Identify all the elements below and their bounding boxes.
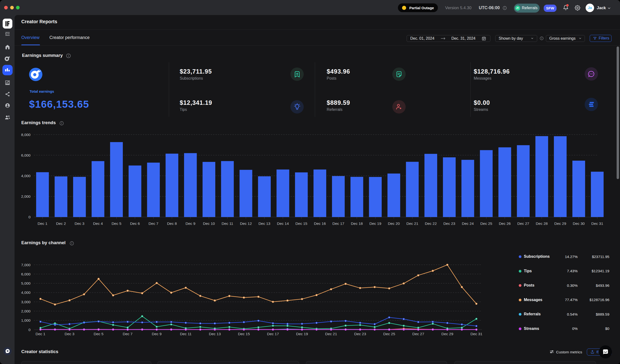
svg-text:Dec 2: Dec 2 (56, 221, 66, 226)
svg-text:Dec 14: Dec 14 (277, 221, 289, 226)
svg-text:Dec 3: Dec 3 (75, 221, 85, 226)
svg-text:Dec 15: Dec 15 (295, 221, 307, 226)
svg-text:Dec 29: Dec 29 (554, 221, 566, 226)
svg-text:Dec 11: Dec 11 (180, 332, 192, 336)
svg-text:6,000: 6,000 (21, 153, 31, 157)
svg-text:Dec 15: Dec 15 (238, 332, 250, 336)
svg-text:Dec 23: Dec 23 (354, 332, 366, 336)
svg-text:Dec 27: Dec 27 (517, 221, 529, 226)
svg-text:Dec 26: Dec 26 (499, 221, 511, 226)
svg-text:Dec 4: Dec 4 (93, 221, 103, 226)
svg-text:Dec 27: Dec 27 (412, 332, 424, 336)
svg-text:Dec 21: Dec 21 (325, 332, 337, 336)
svg-text:0: 0 (28, 215, 31, 219)
svg-text:Dec 22: Dec 22 (425, 221, 437, 226)
svg-text:Dec 18: Dec 18 (351, 221, 363, 226)
svg-text:2,000: 2,000 (21, 194, 31, 198)
svg-text:Dec 11: Dec 11 (222, 221, 233, 226)
svg-text:Dec 13: Dec 13 (258, 221, 270, 226)
svg-text:3,000: 3,000 (21, 300, 31, 304)
svg-text:Dec 31: Dec 31 (591, 221, 603, 226)
svg-text:Dec 17: Dec 17 (333, 221, 344, 226)
svg-text:Dec 23: Dec 23 (443, 221, 455, 226)
svg-text:Dec 19: Dec 19 (296, 332, 308, 336)
svg-text:4,000: 4,000 (21, 174, 31, 178)
svg-text:Dec 19: Dec 19 (369, 221, 381, 226)
svg-text:Dec 29: Dec 29 (441, 332, 453, 336)
svg-text:8,000: 8,000 (21, 133, 31, 137)
svg-text:Dec 10: Dec 10 (203, 221, 215, 226)
svg-text:4,000: 4,000 (21, 290, 31, 295)
svg-text:Dec 5: Dec 5 (112, 221, 122, 226)
svg-text:Dec 1: Dec 1 (36, 332, 46, 336)
svg-text:1,000: 1,000 (21, 318, 31, 322)
svg-text:Dec 7: Dec 7 (123, 332, 133, 336)
svg-text:Dec 30: Dec 30 (573, 221, 585, 226)
svg-text:0: 0 (28, 328, 31, 332)
svg-text:7,000: 7,000 (21, 263, 31, 267)
svg-text:Dec 1: Dec 1 (38, 221, 47, 226)
svg-text:Dec 16: Dec 16 (314, 221, 326, 226)
svg-text:Dec 5: Dec 5 (94, 332, 104, 336)
svg-text:Dec 8: Dec 8 (167, 221, 177, 226)
svg-text:Dec 7: Dec 7 (148, 221, 158, 226)
svg-text:Dec 25: Dec 25 (383, 332, 395, 336)
svg-text:Dec 21: Dec 21 (406, 221, 418, 226)
svg-text:Dec 13: Dec 13 (209, 332, 221, 336)
svg-text:Dec 24: Dec 24 (462, 221, 474, 226)
svg-text:Dec 28: Dec 28 (536, 221, 548, 226)
svg-text:Dec 25: Dec 25 (480, 221, 492, 226)
svg-text:Dec 17: Dec 17 (267, 332, 279, 336)
svg-text:Dec 6: Dec 6 (130, 221, 140, 226)
svg-text:5,000: 5,000 (21, 281, 31, 285)
svg-text:Dec 3: Dec 3 (65, 332, 75, 336)
svg-text:6,000: 6,000 (21, 272, 31, 276)
svg-text:Dec 31: Dec 31 (470, 332, 482, 336)
svg-text:Dec 9: Dec 9 (186, 221, 195, 226)
svg-text:Dec 9: Dec 9 (152, 332, 162, 336)
svg-text:Dec 12: Dec 12 (240, 221, 252, 226)
svg-text:2,000: 2,000 (21, 309, 31, 313)
svg-text:Dec 20: Dec 20 (388, 221, 400, 226)
